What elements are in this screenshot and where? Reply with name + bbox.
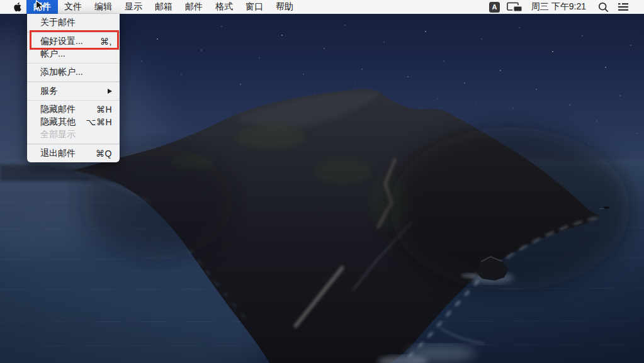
menu-separator — [27, 143, 120, 145]
apple-logo-icon — [13, 2, 21, 12]
menu-item-services[interactable]: 服务 — [27, 85, 120, 98]
menu-item-show-all: 全部显示 — [27, 128, 120, 141]
menubar-item-view[interactable]: 显示 — [118, 0, 149, 14]
menu-item-quit-mail[interactable]: 退出邮件 ⌘Q — [27, 147, 120, 160]
menubar-item-mailbox[interactable]: 邮箱 — [149, 0, 179, 14]
menu-item-hide-mail[interactable]: 隐藏邮件 ⌘H — [27, 103, 120, 116]
shortcut-label: ⌘Q — [96, 148, 112, 159]
input-source-icon[interactable]: A — [489, 2, 500, 13]
shortcut-label: ⌘H — [96, 104, 112, 114]
menubar-item-file[interactable]: 文件 — [58, 0, 88, 14]
submenu-arrow-icon — [108, 89, 112, 94]
menu-separator — [27, 81, 120, 82]
menu-separator — [27, 100, 120, 101]
annotation-highlight-box — [30, 30, 119, 50]
notification-center-icon[interactable] — [618, 3, 629, 11]
shortcut-label: ⌥⌘H — [86, 117, 112, 127]
menu-item-add-account[interactable]: 添加帐户... — [27, 66, 120, 79]
menubar-item-edit[interactable]: 编辑 — [88, 0, 118, 14]
spotlight-search-icon[interactable] — [598, 2, 609, 13]
mouse-cursor — [35, 0, 45, 13]
menubar-status-area: A 周三 下午9:21 — [489, 0, 644, 14]
menu-item-hide-others[interactable]: 隐藏其他 ⌥⌘H — [27, 116, 120, 128]
menubar-item-message[interactable]: 邮件 — [179, 0, 209, 14]
menu-separator — [27, 63, 120, 64]
menubar-clock[interactable]: 周三 下午9:21 — [531, 1, 586, 13]
menu-item-about-mail[interactable]: 关于邮件 — [27, 16, 120, 29]
menu-bar: 邮件 文件 编辑 显示 邮箱 邮件 格式 窗口 帮助 A 周三 下午9:21 — [0, 0, 644, 14]
menubar-item-window[interactable]: 窗口 — [239, 0, 269, 14]
desktop: 邮件 文件 编辑 显示 邮箱 邮件 格式 窗口 帮助 A 周三 下午9:21 — [0, 0, 644, 363]
apple-menu[interactable] — [8, 0, 26, 14]
menubar-item-help[interactable]: 帮助 — [269, 0, 300, 14]
screen-mirroring-icon[interactable] — [507, 2, 524, 13]
menubar-item-format[interactable]: 格式 — [209, 0, 239, 14]
